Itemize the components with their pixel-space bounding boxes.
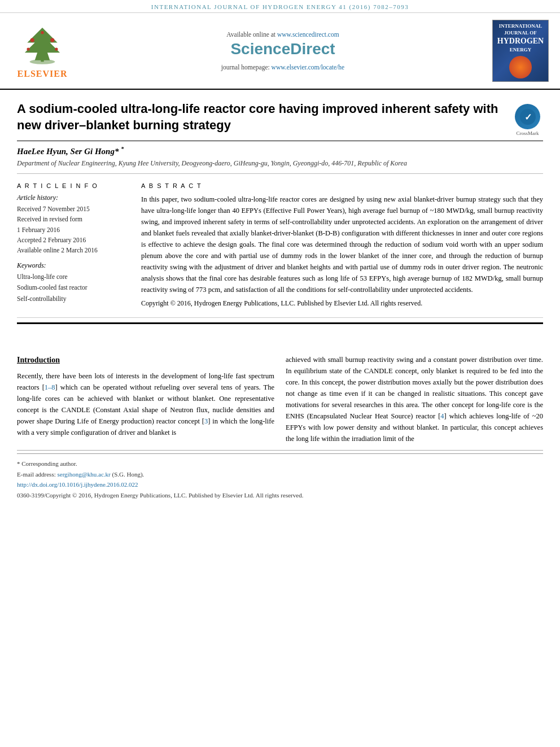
history-label: Article history:: [17, 194, 130, 202]
intro-left-text: Recently, there have been lots of intere…: [17, 370, 274, 438]
copyright-text: Copyright © 2016, Hydrogen Energy Public…: [141, 298, 543, 309]
abstract-column: A B S T R A C T In this paper, two sodiu…: [141, 182, 543, 312]
header-center: Available online at www.sciencedirect.co…: [85, 20, 481, 82]
footnote-section: * Corresponding author. E-mail address: …: [17, 453, 543, 504]
available-online-text: Available online at www.sciencedirect.co…: [226, 31, 339, 38]
article-title: A sodium-cooled ultra-long-life reactor …: [17, 101, 504, 133]
svg-point-7: [41, 31, 43, 34]
spacer: [17, 329, 543, 351]
received-1: Received 7 November 2015: [17, 204, 130, 214]
corresponding-author-note: * Corresponding author.: [17, 458, 543, 469]
doi-link[interactable]: http://dx.doi.org/10.1016/j.ijhydene.201…: [17, 481, 138, 488]
sciencedirect-title: ScienceDirect: [230, 40, 335, 58]
svg-point-3: [30, 38, 34, 42]
article-content: A sodium-cooled ultra-long-life reactor …: [0, 90, 560, 747]
email-link[interactable]: sergihong@khu.ac.kr: [57, 471, 110, 478]
intro-left-column: Introduction Recently, there have been l…: [17, 354, 274, 444]
authors-names: HaeLee Hyun, Ser Gi Hong* *: [17, 146, 543, 156]
journal-bar: INTERNATIONAL JOURNAL OF HYDROGEN ENERGY…: [0, 0, 560, 13]
title-section: A sodium-cooled ultra-long-life reactor …: [17, 95, 543, 141]
keyword-3: Self-controllability: [17, 294, 130, 305]
abstract-label: A B S T R A C T: [141, 182, 543, 189]
journal-cover: International Journal of HYDROGEN ENERGY: [492, 20, 549, 82]
crossmark-icon: ✓: [515, 104, 540, 129]
article-info-label: A R T I C L E I N F O: [17, 182, 130, 189]
ref-1-8-link[interactable]: 1–8: [45, 383, 55, 391]
doi-link-text: http://dx.doi.org/10.1016/j.ijhydene.201…: [17, 479, 543, 490]
elsevier-text: ELSEVIER: [18, 69, 68, 79]
keywords-label: Keywords:: [17, 261, 130, 270]
intro-right-column: achieved with small burnup reactivity sw…: [286, 354, 543, 444]
article-info-column: A R T I C L E I N F O Article history: R…: [17, 182, 130, 312]
journal-homepage: journal homepage: www.elsevier.com/locat…: [221, 64, 344, 71]
crossmark-svg-icon: ✓: [519, 108, 536, 125]
header-section: ELSEVIER Available online at www.science…: [0, 13, 560, 90]
article-info-abstract: A R T I C L E I N F O Article history: R…: [17, 177, 543, 318]
received-revised-label: Received in revised form: [17, 214, 130, 224]
svg-point-5: [27, 47, 29, 50]
abstract-text: In this paper, two sodium-cooled ultra-l…: [141, 194, 543, 309]
keywords-section: Keywords: Ultra-long-life core Sodium-co…: [17, 261, 130, 305]
journal-cover-title: International Journal of HYDROGEN ENERGY: [497, 23, 544, 53]
footnote-divider: [17, 450, 543, 451]
keyword-1: Ultra-long-life core: [17, 272, 130, 283]
authors-section: HaeLee Hyun, Ser Gi Hong* * Department o…: [17, 141, 543, 171]
journal-bar-text: INTERNATIONAL JOURNAL OF HYDROGEN ENERGY…: [151, 3, 409, 10]
svg-text:✓: ✓: [524, 112, 531, 122]
elsevier-logo-area: ELSEVIER: [6, 20, 79, 82]
thick-divider: [17, 322, 543, 324]
email-note: E-mail address: sergihong@khu.ac.kr (S.G…: [17, 469, 543, 480]
journal-cover-circle-icon: [509, 56, 532, 78]
accepted-date: Accepted 2 February 2016: [17, 235, 130, 245]
sciencedirect-url[interactable]: www.sciencedirect.com: [277, 31, 339, 38]
svg-point-6: [55, 47, 58, 50]
ref-4-link[interactable]: 4: [440, 412, 444, 420]
page: INTERNATIONAL JOURNAL OF HYDROGEN ENERGY…: [0, 0, 560, 747]
within-text: within: [322, 435, 340, 443]
journal-homepage-url[interactable]: www.elsevier.com/locate/he: [272, 64, 345, 71]
header-right: International Journal of HYDROGEN ENERGY: [487, 20, 554, 82]
intro-right-text: achieved with small burnup reactivity sw…: [286, 354, 543, 444]
revised-date: 1 February 2016: [17, 225, 130, 235]
authors-affiliation: Department of Nuclear Engineering, Kyung…: [17, 159, 543, 168]
available-online-date: Available online 2 March 2016: [17, 245, 130, 255]
introduction-section: Introduction Recently, there have been l…: [17, 351, 543, 447]
copyright-footer: 0360-3199/Copyright © 2016, Hydrogen Ene…: [17, 490, 543, 501]
elsevier-logo: ELSEVIER: [14, 23, 71, 79]
crossmark-label: CrossMark: [517, 130, 539, 136]
keyword-2: Sodium-cooled fast reactor: [17, 282, 130, 294]
intro-heading: Introduction: [17, 354, 274, 366]
elsevier-tree-icon: [14, 23, 71, 68]
divider-after-authors: [17, 173, 543, 174]
article-history: Article history: Received 7 November 201…: [17, 194, 130, 256]
crossmark-badge[interactable]: ✓ CrossMark: [512, 101, 543, 136]
ref-3-link[interactable]: 3: [204, 417, 208, 425]
svg-point-4: [50, 38, 54, 42]
